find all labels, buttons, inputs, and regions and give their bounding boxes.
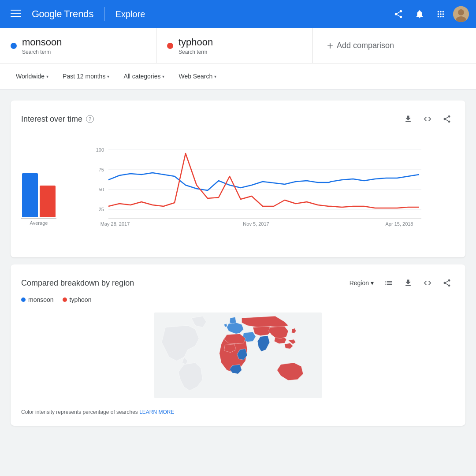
embed-region-button[interactable] (420, 275, 435, 291)
typhoon-type: Search term (178, 49, 213, 55)
share-region-button[interactable] (439, 275, 455, 291)
time-label: Past 12 months (63, 73, 105, 80)
user-avatar[interactable] (453, 6, 469, 22)
plus-icon: + (327, 40, 333, 52)
card-header-interest: Interest over time ? (21, 111, 455, 127)
chart-container: Average 100 75 50 25 (21, 134, 455, 247)
search-term-monsoon[interactable]: monsoon Search term (0, 28, 156, 63)
monsoon-info: monsoon Search term (22, 37, 62, 55)
share-interest-button[interactable] (439, 111, 455, 127)
world-map-container (21, 307, 455, 404)
search-type-arrow: ▾ (214, 74, 216, 79)
learn-more-link[interactable]: LEARN MORE (139, 409, 174, 415)
help-icon[interactable]: ? (86, 115, 94, 123)
category-arrow: ▾ (162, 74, 164, 79)
region-header: Compared breakdown by region Region ▾ (21, 275, 455, 291)
card-title-interest: Interest over time ? (21, 115, 94, 124)
svg-rect-0 (11, 10, 21, 11)
region-selector: Region ▾ (346, 275, 455, 291)
legend-monsoon: monsoon (21, 296, 54, 303)
header-icons (390, 5, 469, 23)
region-legend: monsoon typhoon (21, 296, 455, 303)
interest-over-time-card: Interest over time ? (11, 100, 465, 257)
explore-label: Explore (115, 9, 145, 19)
svg-text:May 28, 2017: May 28, 2017 (100, 221, 130, 227)
svg-text:25: 25 (99, 207, 104, 212)
typhoon-legend-label: typhoon (70, 296, 92, 303)
search-term-typhoon[interactable]: typhoon Search term (156, 28, 313, 63)
line-chart: 100 75 50 25 May 28, 2017 Nov 5, 2017 (62, 141, 455, 240)
app-logo: Google Trends (32, 8, 94, 20)
svg-text:Nov 5, 2017: Nov 5, 2017 (243, 221, 269, 227)
menu-icon[interactable] (7, 4, 25, 24)
apps-icon[interactable] (432, 5, 450, 23)
category-label: All categories (123, 73, 160, 80)
svg-text:50: 50 (99, 187, 104, 192)
region-arrow: ▾ (46, 74, 48, 79)
typhoon-name: typhoon (178, 37, 213, 48)
svg-rect-2 (11, 16, 21, 17)
share-icon[interactable] (390, 5, 407, 23)
region-label: Worldwide (16, 73, 45, 80)
monsoon-name: monsoon (22, 37, 62, 48)
region-title: Compared breakdown by region (21, 279, 134, 288)
svg-text:Apr 15, 2018: Apr 15, 2018 (386, 221, 413, 227)
filter-bar: Worldwide ▾ Past 12 months ▾ All categor… (0, 63, 476, 90)
embed-button[interactable] (420, 111, 435, 127)
typhoon-legend-dot (63, 298, 67, 302)
svg-rect-1 (11, 13, 21, 14)
avg-bar-red (40, 186, 56, 217)
time-arrow: ▾ (107, 74, 109, 79)
card-actions-interest (400, 111, 455, 127)
svg-text:75: 75 (99, 167, 104, 172)
search-type-label: Web Search (178, 73, 212, 80)
download-region-button[interactable] (400, 275, 416, 291)
region-filter[interactable]: Worldwide ▾ (11, 69, 54, 83)
notifications-icon[interactable] (411, 5, 428, 23)
search-type-filter[interactable]: Web Search ▾ (173, 69, 222, 83)
main-content: Interest over time ? (0, 90, 476, 436)
typhoon-dot (167, 43, 173, 49)
region-breakdown-card: Compared breakdown by region Region ▾ (11, 264, 465, 426)
monsoon-legend-dot (21, 298, 26, 302)
avg-label: Average (30, 220, 48, 226)
category-filter[interactable]: All categories ▾ (118, 69, 170, 83)
region-dropdown[interactable]: Region ▾ (346, 278, 377, 288)
add-comparison-label: Add comparison (337, 41, 394, 50)
color-intensity-note: Color intensity represents percentage of… (21, 409, 455, 415)
world-map (154, 307, 322, 404)
list-view-button[interactable] (381, 275, 397, 291)
svg-text:100: 100 (96, 147, 104, 152)
monsoon-dot (11, 43, 17, 49)
time-filter[interactable]: Past 12 months ▾ (57, 69, 115, 83)
search-bar: monsoon Search term typhoon Search term … (0, 28, 476, 63)
monsoon-legend-label: monsoon (28, 296, 54, 303)
app-header: Google Trends Explore (0, 0, 476, 28)
header-divider (104, 7, 105, 21)
svg-point-4 (458, 9, 464, 15)
avg-bar-blue (22, 173, 38, 217)
typhoon-info: typhoon Search term (178, 37, 213, 55)
download-button[interactable] (400, 111, 416, 127)
add-comparison-button[interactable]: + Add comparison (313, 28, 476, 63)
legend-typhoon: typhoon (63, 296, 92, 303)
monsoon-type: Search term (22, 49, 62, 55)
